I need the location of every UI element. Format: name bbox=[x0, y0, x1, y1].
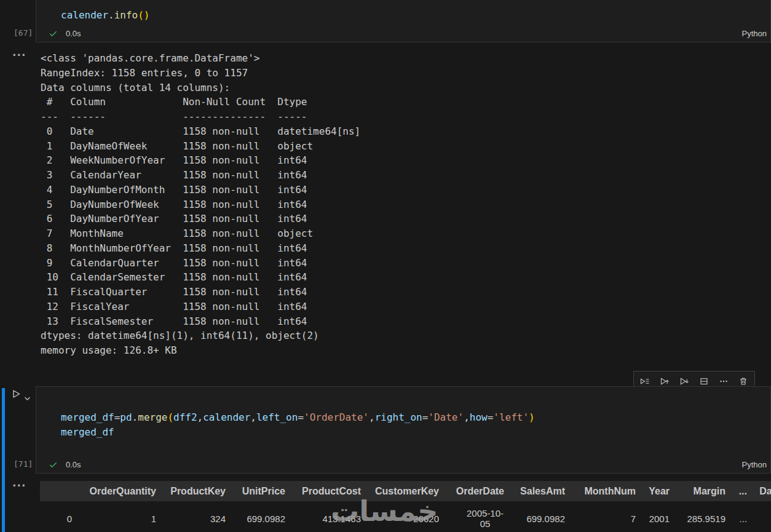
column-header: Year bbox=[641, 481, 674, 501]
delete-cell-icon bbox=[738, 376, 748, 386]
output-collapse-toggle-2[interactable]: ··· bbox=[12, 480, 26, 492]
table-cell: 324 bbox=[161, 501, 231, 532]
info-output-text: <class 'pandas.core.frame.DataFrame'> Ra… bbox=[41, 51, 360, 358]
focused-cell-indicator bbox=[2, 388, 5, 532]
watermark: خمسات bbox=[331, 494, 438, 528]
cell1-status-bar: 0.0s Python bbox=[36, 27, 770, 39]
cell1-code[interactable]: calender.info() bbox=[61, 8, 150, 23]
column-header bbox=[40, 481, 77, 501]
table-cell bbox=[752, 501, 771, 532]
cell2-status-bar: 0.0s Python bbox=[36, 458, 770, 470]
language-label-1[interactable]: Python bbox=[742, 29, 770, 38]
execution-duration-2: 0.0s bbox=[66, 460, 81, 469]
table-cell: ... bbox=[730, 501, 752, 532]
execution-count-2: [71] bbox=[14, 459, 33, 469]
code-line: merged_df bbox=[61, 425, 535, 440]
table-cell: 1 bbox=[77, 501, 161, 532]
cell2-code[interactable]: merged_df=pd.merge(dff2,calender,left_on… bbox=[61, 410, 535, 440]
execution-count-1: [67] bbox=[14, 28, 33, 38]
code-cell-2[interactable]: merged_df=pd.merge(dff2,calender,left_on… bbox=[36, 386, 771, 474]
success-check-icon bbox=[49, 29, 58, 38]
code-line: calender.info() bbox=[61, 8, 150, 23]
table-cell: 285.9519 bbox=[674, 501, 730, 532]
table-cell: 7 bbox=[570, 501, 641, 532]
execute-above-icon bbox=[660, 376, 670, 386]
table-cell: 699.0982 bbox=[231, 501, 290, 532]
split-cell-icon bbox=[699, 376, 709, 386]
column-header: ProductKey bbox=[161, 481, 231, 501]
column-header: Margin bbox=[674, 481, 730, 501]
play-icon bbox=[10, 389, 21, 399]
code-line: merged_df=pd.merge(dff2,calender,left_on… bbox=[61, 410, 535, 425]
column-header: UnitPrice bbox=[231, 481, 290, 501]
more-actions-icon bbox=[719, 376, 729, 386]
chevron-down-icon bbox=[24, 396, 31, 401]
column-header: Date bbox=[752, 481, 771, 501]
table-cell: 2005-10-05 bbox=[444, 501, 509, 532]
column-header: OrderDate bbox=[444, 481, 509, 501]
column-header: ... bbox=[730, 481, 752, 501]
execution-duration-1: 0.0s bbox=[66, 29, 81, 38]
table-cell: 699.0982 bbox=[509, 501, 570, 532]
code-cell-1[interactable]: calender.info() 0.0s Python bbox=[36, 0, 771, 42]
notebook: [67] calender.info() 0.0s Python ··· <cl… bbox=[0, 0, 771, 532]
success-check-icon bbox=[49, 460, 58, 469]
column-header: MonthNum bbox=[570, 481, 641, 501]
column-header: OrderQuantity bbox=[77, 481, 161, 501]
run-cell-dropdown[interactable] bbox=[24, 392, 31, 403]
language-label-2[interactable]: Python bbox=[742, 460, 770, 469]
table-cell: 2001 bbox=[641, 501, 674, 532]
run-cell-button[interactable] bbox=[10, 389, 21, 402]
output-collapse-toggle-1[interactable]: ··· bbox=[12, 49, 26, 62]
table-cell: 0 bbox=[40, 501, 77, 532]
execute-below-icon bbox=[679, 376, 689, 386]
column-header: SalesAmt bbox=[509, 481, 570, 501]
execute-cells-icon bbox=[640, 376, 650, 386]
